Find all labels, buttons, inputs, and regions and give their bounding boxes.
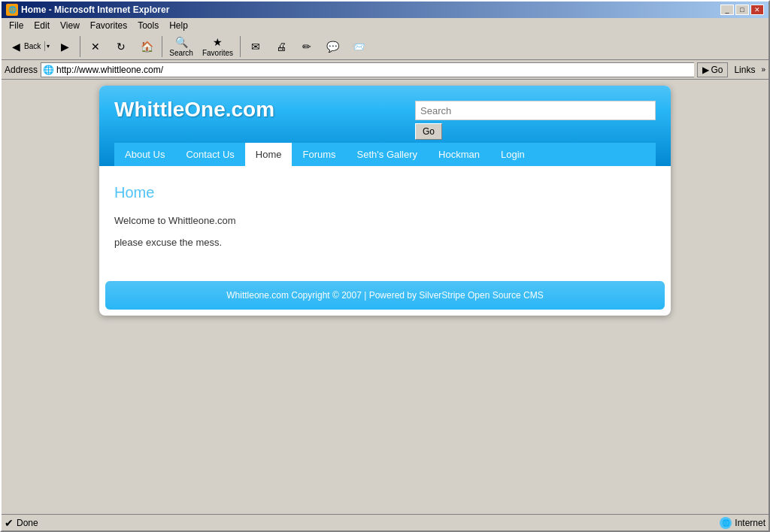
separator-3 <box>240 36 241 57</box>
mail-icon: ✉ <box>248 41 263 53</box>
page-title: Home <box>114 184 656 201</box>
refresh-button[interactable]: ↻ <box>109 38 133 55</box>
messenger-icon: 📨 <box>350 41 365 53</box>
site-footer: Whittleone.com Copyright © 2007 | Powere… <box>105 281 665 310</box>
home-icon: 🏠 <box>139 41 154 53</box>
back-label: Back <box>24 42 41 50</box>
address-go-button[interactable]: ▶ Go <box>697 62 728 77</box>
menu-edit[interactable]: Edit <box>29 20 54 32</box>
forward-icon: ▶ <box>57 41 72 53</box>
favorites-label: Favorites <box>202 49 233 57</box>
nav-forums[interactable]: Forums <box>292 143 346 166</box>
search-area: Go <box>415 98 656 140</box>
status-right: 🌐 Internet <box>720 517 765 529</box>
discuss-button[interactable]: 💬 <box>320 38 344 55</box>
address-label: Address <box>5 65 38 75</box>
back-forward-group: ◀ Back ▾ <box>5 38 51 55</box>
edit-button[interactable]: ✏ <box>295 38 319 55</box>
maximize-button[interactable]: □ <box>735 5 749 15</box>
zone-icon: 🌐 <box>720 517 732 529</box>
menu-file[interactable]: File <box>5 20 28 32</box>
stop-icon: ✕ <box>88 41 103 53</box>
messenger-button[interactable]: 📨 <box>346 38 370 55</box>
page-wrapper: WhittleOne.com Go About Us Contact Us Ho… <box>2 80 768 322</box>
status-icon: ✔ <box>5 517 14 529</box>
minimize-button[interactable]: _ <box>720 5 734 15</box>
nav-contact[interactable]: Contact Us <box>175 143 244 166</box>
search-button[interactable]: 🔍 Search <box>165 34 197 59</box>
stop-button[interactable]: ✕ <box>83 38 108 55</box>
separator-2 <box>162 36 162 57</box>
nav-login[interactable]: Login <box>490 143 535 166</box>
window-controls: _ □ ✕ <box>720 5 764 15</box>
site-nav: About Us Contact Us Home Forums Seth's G… <box>114 143 656 166</box>
forward-button[interactable]: ▶ <box>53 38 77 55</box>
toolbar: ◀ Back ▾ ▶ ✕ ↻ 🏠 🔍 Search ★ Favorites <box>2 33 768 60</box>
print-button[interactable]: 🖨 <box>269 38 293 55</box>
content-line1: Welcome to Whittleone.com <box>114 213 656 229</box>
favorites-button[interactable]: ★ Favorites <box>199 34 237 59</box>
zone-text: Internet <box>735 518 765 528</box>
links-chevron[interactable]: » <box>761 65 765 74</box>
nav-about[interactable]: About Us <box>114 143 175 166</box>
content-line2: please excuse the mess. <box>114 235 656 251</box>
header-top: WhittleOne.com Go <box>114 98 656 140</box>
browser-window: 🌐 Home - Microsoft Internet Explorer _ □… <box>0 0 770 532</box>
links-button[interactable]: Links <box>731 64 758 76</box>
back-dropdown[interactable]: ▾ <box>44 41 51 51</box>
menu-bar: File Edit View Favorites Tools Help <box>2 18 768 33</box>
nav-home[interactable]: Home <box>245 143 293 166</box>
search-label: Search <box>169 49 193 57</box>
site-container: WhittleOne.com Go About Us Contact Us Ho… <box>99 86 671 316</box>
address-input[interactable] <box>55 65 694 75</box>
nav-gallery[interactable]: Seth's Gallery <box>347 143 429 166</box>
site-content: Home Welcome to Whittleone.com please ex… <box>99 166 671 275</box>
nav-hockman[interactable]: Hockman <box>428 143 490 166</box>
refresh-icon: ↻ <box>114 41 129 53</box>
go-arrow: ▶ <box>702 65 709 75</box>
mail-button[interactable]: ✉ <box>244 38 268 55</box>
separator-1 <box>80 36 80 57</box>
content-area: WhittleOne.com Go About Us Contact Us Ho… <box>2 80 768 514</box>
site-logo: WhittleOne.com <box>114 98 274 129</box>
status-bar: ✔ Done 🌐 Internet <box>2 514 768 530</box>
back-button[interactable]: ◀ Back <box>5 38 44 55</box>
address-input-wrap: 🌐 <box>41 62 694 77</box>
menu-favorites[interactable]: Favorites <box>86 20 132 32</box>
discuss-icon: 💬 <box>325 41 340 53</box>
title-bar: 🌐 Home - Microsoft Internet Explorer _ □… <box>2 2 768 18</box>
go-label: Go <box>711 65 723 75</box>
print-icon: 🖨 <box>274 41 289 53</box>
home-button[interactable]: 🏠 <box>135 38 159 55</box>
search-input[interactable] <box>415 101 656 120</box>
status-text: Done <box>17 518 38 528</box>
menu-tools[interactable]: Tools <box>133 20 163 32</box>
status-left: ✔ Done <box>5 517 38 529</box>
window-icon: 🌐 <box>6 4 18 16</box>
menu-view[interactable]: View <box>56 20 84 32</box>
search-icon: 🔍 <box>174 36 189 48</box>
site-header: WhittleOne.com Go About Us Contact Us Ho… <box>99 86 671 166</box>
search-go-button[interactable]: Go <box>415 123 442 140</box>
window-title: Home - Microsoft Internet Explorer <box>21 5 169 15</box>
page-icon: 🌐 <box>41 63 55 77</box>
footer-text: Whittleone.com Copyright © 2007 | Powere… <box>226 290 543 301</box>
edit-icon: ✏ <box>299 41 314 53</box>
back-icon: ◀ <box>8 41 23 53</box>
address-bar: Address 🌐 ▶ Go Links » <box>2 60 768 80</box>
favorites-icon: ★ <box>210 36 225 48</box>
close-button[interactable]: ✕ <box>750 5 764 15</box>
menu-help[interactable]: Help <box>165 20 192 32</box>
